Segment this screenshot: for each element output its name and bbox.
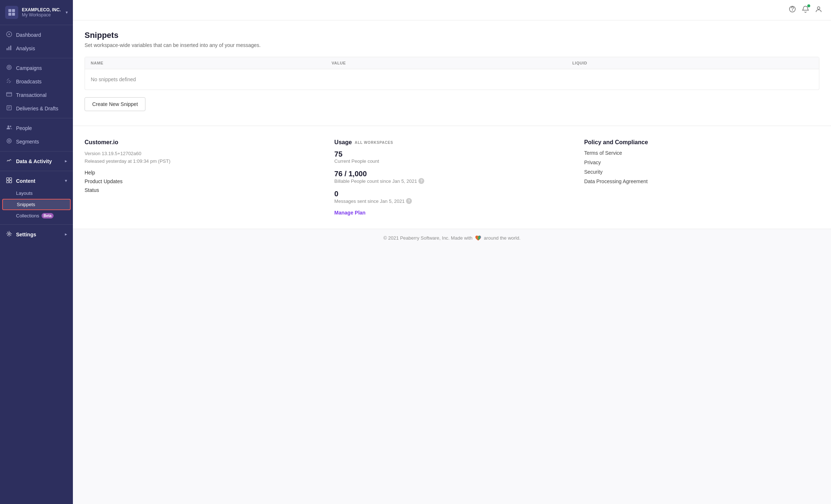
nav-divider-4: [0, 171, 73, 171]
svg-point-10: [8, 67, 10, 68]
manage-plan-link[interactable]: Manage Plan: [334, 210, 366, 216]
privacy-link[interactable]: Privacy: [584, 160, 819, 165]
svg-rect-20: [9, 181, 12, 183]
data-processing-link[interactable]: Data Processing Agreement: [584, 178, 819, 184]
sidebar-item-settings[interactable]: Settings ▸: [0, 228, 73, 241]
customerio-version: Version 13.19.5+12702a60: [85, 150, 320, 158]
dashboard-label: Dashboard: [16, 32, 41, 38]
svg-rect-0: [8, 9, 11, 12]
settings-chevron-icon: ▸: [65, 232, 67, 237]
messages-help-icon[interactable]: ?: [406, 198, 412, 204]
dashboard-icon: [6, 31, 12, 38]
footer-policy-col: Policy and Compliance Terms of Service P…: [584, 139, 819, 216]
svg-point-13: [8, 126, 9, 127]
data-activity-chevron-icon: ▸: [65, 159, 67, 164]
billable-help-icon[interactable]: ?: [418, 178, 424, 184]
copyright-bar: © 2021 Peaberry Software, Inc. Made with: [73, 229, 831, 247]
deliveries-label: Deliveries & Drafts: [16, 106, 58, 111]
customerio-title: Customer.io: [85, 139, 320, 146]
page-content: Snippets Set workspace-wide variables th…: [73, 20, 831, 504]
current-people-count: 75: [334, 150, 569, 158]
sidebar-item-deliveries[interactable]: Deliveries & Drafts: [0, 102, 73, 115]
svg-rect-18: [9, 178, 12, 180]
company-name: EXAMPLECO, INC.: [22, 7, 62, 12]
footer-section: Customer.io Version 13.19.5+12702a60 Rel…: [73, 126, 831, 229]
all-workspaces-badge: ALL WORKSPACES: [355, 141, 393, 145]
table-col-name: NAME: [91, 61, 332, 65]
svg-rect-7: [8, 47, 9, 50]
sidebar-item-segments[interactable]: Segments: [0, 135, 73, 148]
current-people-label: Current People count: [334, 158, 569, 164]
user-menu-button[interactable]: [815, 5, 822, 15]
broadcasts-label: Broadcasts: [16, 79, 42, 84]
footer-usage-col: Usage ALL WORKSPACES 75 Current People c…: [334, 139, 569, 216]
main-content: Snippets Set workspace-wide variables th…: [73, 0, 831, 504]
help-link[interactable]: Help: [85, 170, 320, 176]
sidebar-item-campaigns[interactable]: Campaigns: [0, 61, 73, 75]
svg-point-23: [818, 7, 820, 9]
table-empty-message: No snippets defined: [85, 69, 819, 90]
billable-label: Billable People count since Jan 5, 2021: [334, 178, 417, 184]
snippets-section: Snippets Set workspace-wide variables th…: [73, 20, 831, 126]
sidebar-section-content[interactable]: Content ▾: [0, 174, 73, 188]
page-title: Snippets: [85, 31, 819, 40]
workspace-switcher[interactable]: EXAMPLECO, INC. My Workspace ▾: [0, 0, 73, 25]
broadcasts-icon: [6, 78, 12, 85]
svg-rect-17: [7, 178, 9, 180]
billable-count: 76 / 1,000: [334, 170, 569, 178]
sidebar-item-analysis[interactable]: Analysis: [0, 42, 73, 55]
svg-rect-6: [7, 48, 8, 50]
status-link[interactable]: Status: [85, 187, 320, 193]
sidebar-item-people[interactable]: People: [0, 121, 73, 135]
campaigns-icon: [6, 64, 12, 71]
sidebar: EXAMPLECO, INC. My Workspace ▾ Dashboard…: [0, 0, 73, 504]
workspace-chevron-icon: ▾: [66, 10, 68, 15]
svg-rect-8: [10, 46, 11, 50]
nav-divider-5: [0, 224, 73, 225]
svg-point-14: [10, 126, 11, 127]
page-subtitle: Set workspace-wide variables that can be…: [85, 42, 819, 48]
beta-badge: Beta: [42, 213, 54, 218]
table-header: NAME VALUE LIQUID: [85, 57, 819, 69]
copyright-text: © 2021 Peaberry Software, Inc. Made with: [383, 235, 472, 241]
svg-rect-11: [7, 92, 12, 96]
campaigns-label: Campaigns: [16, 65, 42, 71]
settings-icon: [6, 231, 12, 238]
svg-rect-1: [12, 9, 15, 12]
product-updates-link[interactable]: Product Updates: [85, 178, 320, 184]
nav-divider-3: [0, 151, 73, 151]
heart-icon: [475, 235, 481, 241]
content-icon: [6, 177, 12, 184]
segments-label: Segments: [16, 139, 39, 145]
security-link[interactable]: Security: [584, 169, 819, 175]
topbar: [73, 0, 831, 20]
sidebar-item-layouts[interactable]: Layouts: [0, 188, 73, 199]
svg-point-5: [8, 34, 10, 35]
copyright-end: around the world.: [484, 235, 520, 241]
snippets-label: Snippets: [17, 202, 35, 207]
layouts-label: Layouts: [16, 190, 33, 196]
usage-title: Usage: [334, 139, 352, 146]
table-col-liquid: LIQUID: [572, 61, 813, 65]
terms-link[interactable]: Terms of Service: [584, 150, 819, 156]
collections-label: Collections: [16, 213, 39, 218]
workspace-name: My Workspace: [22, 12, 62, 17]
nav-divider-2: [0, 118, 73, 118]
settings-label: Settings: [16, 232, 36, 237]
sidebar-item-broadcasts[interactable]: Broadcasts: [0, 75, 73, 88]
create-snippet-button[interactable]: Create New Snippet: [85, 97, 145, 111]
help-button[interactable]: [789, 5, 796, 15]
content-label: Content: [16, 178, 35, 184]
policy-title: Policy and Compliance: [584, 139, 819, 146]
sidebar-item-data-activity[interactable]: Data & Activity ▸: [0, 154, 73, 168]
sidebar-item-snippets[interactable]: Snippets: [2, 199, 71, 210]
notification-badge: [807, 4, 810, 7]
transactional-label: Transactional: [16, 92, 47, 98]
notifications-button[interactable]: [802, 5, 809, 15]
sidebar-item-transactional[interactable]: Transactional: [0, 88, 73, 102]
svg-rect-2: [8, 13, 11, 16]
analysis-icon: [6, 45, 12, 52]
sidebar-item-collections[interactable]: Collections Beta: [0, 210, 73, 221]
sidebar-item-dashboard[interactable]: Dashboard: [0, 28, 73, 42]
svg-point-15: [7, 139, 11, 143]
